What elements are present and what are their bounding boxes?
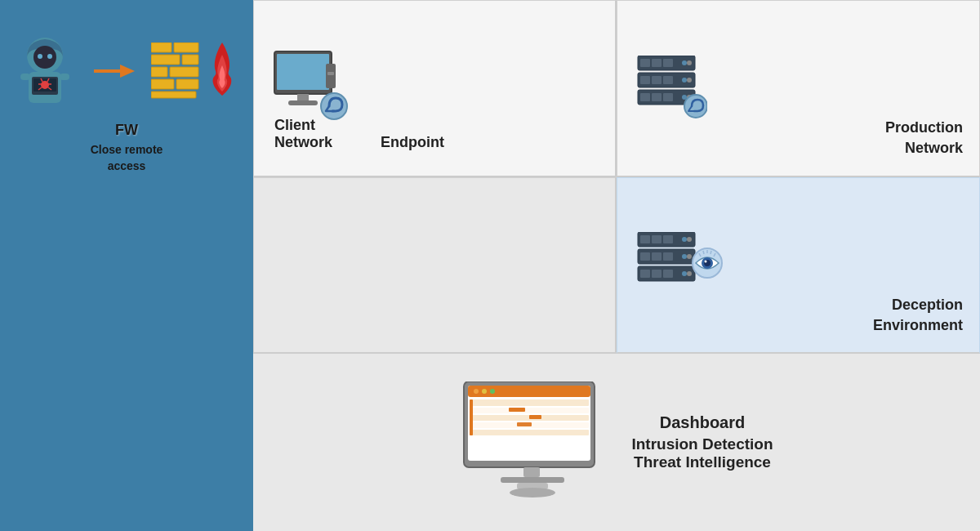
- svg-line-76: [703, 251, 704, 254]
- dashboard-labels: Dashboard Intrusion Detection Threat Int…: [631, 413, 773, 471]
- svg-rect-92: [509, 408, 525, 412]
- endpoint-label: Client Network: [274, 117, 332, 151]
- svg-point-58: [687, 237, 692, 242]
- svg-point-64: [687, 254, 692, 259]
- svg-rect-56: [663, 235, 673, 243]
- svg-point-1: [33, 46, 56, 69]
- fw-label: FW Close remoteaccess: [91, 122, 163, 174]
- client-network-cell: Client Network Endpoint: [253, 0, 617, 177]
- svg-rect-96: [501, 477, 564, 483]
- svg-rect-26: [151, 91, 196, 98]
- svg-point-3: [47, 54, 52, 59]
- svg-point-70: [687, 271, 692, 276]
- svg-point-63: [682, 254, 687, 259]
- svg-rect-22: [151, 67, 167, 77]
- svg-rect-24: [151, 79, 174, 89]
- svg-rect-31: [326, 64, 336, 88]
- svg-rect-41: [640, 76, 650, 84]
- svg-rect-90: [470, 430, 589, 435]
- dashboard-monitor: [460, 382, 607, 504]
- svg-point-7: [41, 81, 49, 89]
- svg-rect-25: [176, 79, 198, 89]
- svg-point-83: [474, 389, 479, 394]
- svg-rect-14: [20, 74, 30, 80]
- svg-point-2: [38, 54, 42, 59]
- svg-point-57: [682, 237, 687, 242]
- server-rack-icon: [634, 56, 707, 121]
- endpoint-sublabel: Endpoint: [381, 134, 444, 151]
- svg-rect-36: [652, 59, 662, 67]
- svg-rect-23: [170, 67, 198, 77]
- svg-rect-54: [640, 235, 650, 243]
- svg-rect-67: [652, 270, 662, 278]
- svg-rect-30: [288, 100, 318, 105]
- empty-cell-middle-left: [253, 177, 617, 355]
- production-network-icons: [634, 56, 707, 121]
- svg-rect-28: [277, 54, 329, 90]
- svg-rect-32: [327, 72, 334, 75]
- svg-rect-19: [174, 42, 198, 52]
- svg-rect-62: [663, 252, 673, 261]
- svg-rect-48: [652, 93, 662, 101]
- svg-rect-60: [640, 252, 650, 261]
- production-label: Production Network: [885, 118, 963, 158]
- svg-rect-86: [470, 399, 589, 406]
- svg-rect-95: [523, 467, 540, 477]
- svg-rect-93: [529, 415, 541, 419]
- svg-point-45: [687, 78, 692, 83]
- svg-point-85: [490, 389, 495, 394]
- svg-rect-15: [60, 74, 69, 80]
- production-network-cell: Production Network: [617, 0, 980, 177]
- svg-marker-17: [120, 65, 135, 78]
- dashboard-monitor-icon: [460, 382, 607, 504]
- svg-rect-66: [640, 270, 650, 278]
- svg-point-44: [682, 78, 687, 83]
- svg-rect-42: [652, 76, 662, 84]
- svg-point-38: [682, 60, 687, 65]
- svg-rect-61: [652, 252, 662, 261]
- svg-rect-43: [663, 76, 673, 84]
- main-content: Client Network Endpoint: [253, 0, 980, 531]
- svg-point-98: [510, 488, 555, 498]
- svg-point-39: [687, 60, 692, 65]
- svg-rect-37: [663, 59, 673, 67]
- svg-rect-20: [151, 55, 180, 65]
- deception-server-icon: [634, 232, 724, 297]
- threat-intelligence-label: Threat Intelligence: [634, 453, 771, 471]
- svg-rect-18: [151, 42, 172, 52]
- svg-rect-94: [517, 422, 532, 426]
- svg-rect-49: [663, 93, 673, 101]
- svg-rect-47: [640, 93, 650, 101]
- svg-rect-87: [470, 408, 589, 413]
- hacker-figure: [12, 33, 78, 109]
- svg-rect-55: [652, 235, 662, 243]
- deception-label: Deception Environment: [873, 295, 963, 336]
- sidebar: FW Close remoteaccess: [0, 0, 253, 531]
- svg-point-74: [705, 261, 707, 263]
- fw-group: [151, 42, 241, 100]
- svg-rect-91: [470, 399, 473, 435]
- svg-line-78: [710, 251, 711, 254]
- deception-environment-cell: Deception Environment: [617, 177, 980, 355]
- deception-icons: [634, 232, 724, 297]
- fw-title: FW: [91, 122, 163, 139]
- svg-rect-29: [297, 94, 309, 100]
- svg-point-84: [482, 389, 487, 394]
- svg-rect-21: [182, 55, 198, 65]
- svg-point-69: [682, 271, 687, 276]
- arrow-icon: [94, 59, 135, 83]
- dashboard-cell: Dashboard Intrusion Detection Threat Int…: [253, 354, 980, 531]
- svg-rect-68: [663, 270, 673, 278]
- svg-rect-35: [640, 59, 650, 67]
- fw-subtitle: Close remoteaccess: [91, 142, 163, 174]
- intrusion-detection-label: Intrusion Detection: [631, 435, 773, 453]
- dashboard-title: Dashboard: [660, 413, 745, 432]
